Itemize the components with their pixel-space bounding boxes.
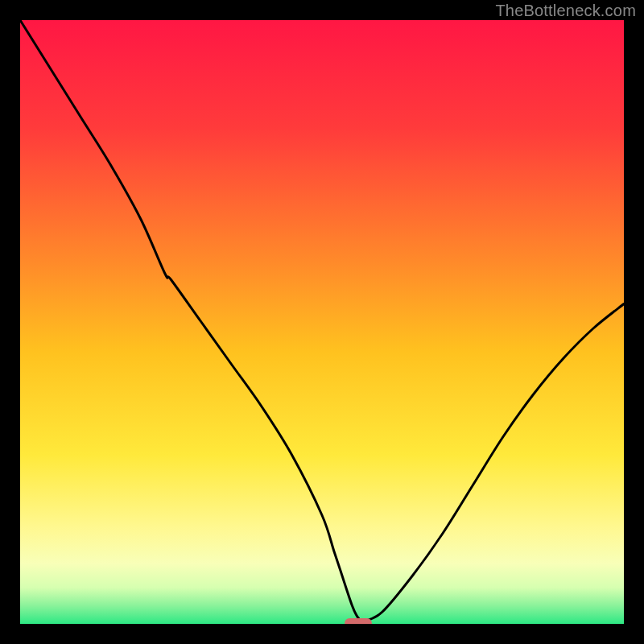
watermark-text: TheBottleneck.com	[495, 2, 636, 20]
optimal-point-marker	[345, 618, 372, 624]
plot-background	[20, 20, 624, 624]
chart-frame: TheBottleneck.com	[0, 0, 644, 644]
bottleneck-chart	[20, 20, 624, 624]
